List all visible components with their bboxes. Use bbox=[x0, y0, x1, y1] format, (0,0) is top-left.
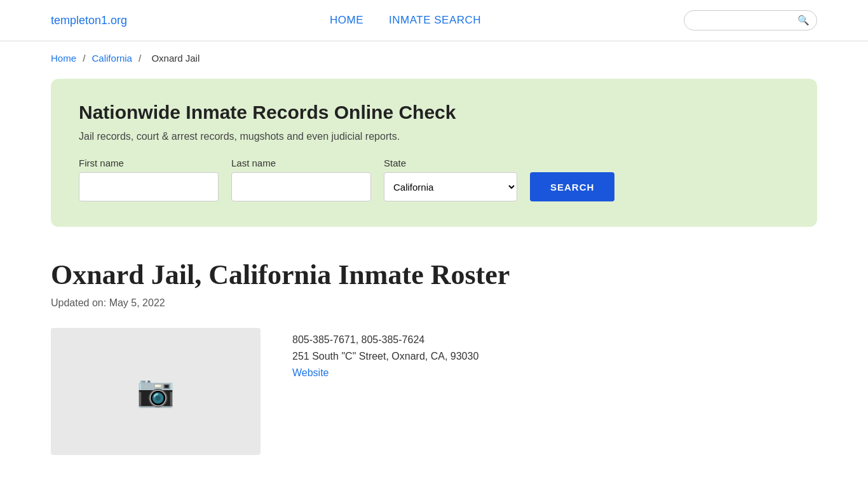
jail-info: 📷 805-385-7671, 805-385-7624 251 South "… bbox=[51, 328, 817, 455]
jail-photo: 📷 bbox=[51, 328, 261, 455]
search-icon: 🔍 bbox=[797, 15, 810, 26]
camera-icon: 📷 bbox=[137, 374, 175, 409]
first-name-label: First name bbox=[79, 158, 219, 168]
last-name-input[interactable] bbox=[231, 172, 371, 201]
jail-website-link[interactable]: Website bbox=[292, 367, 478, 379]
nav-inmate-search[interactable]: INMATE SEARCH bbox=[389, 14, 481, 27]
search-button[interactable]: SEARCH bbox=[530, 172, 614, 201]
main-nav: HOME INMATE SEARCH bbox=[330, 14, 481, 27]
updated-date: Updated on: May 5, 2022 bbox=[51, 297, 817, 309]
header: templeton1.org HOME INMATE SEARCH 🔍 bbox=[0, 0, 868, 41]
breadcrumb: Home / California / Oxnard Jail bbox=[0, 41, 868, 70]
nav-home[interactable]: HOME bbox=[330, 14, 363, 27]
breadcrumb-separator-1: / bbox=[83, 53, 85, 64]
breadcrumb-california[interactable]: California bbox=[92, 53, 132, 64]
breadcrumb-current: Oxnard Jail bbox=[151, 53, 200, 64]
state-group: State California Alabama Alaska Arizona … bbox=[384, 158, 517, 201]
site-logo[interactable]: templeton1.org bbox=[51, 14, 127, 27]
page-title: Oxnard Jail, California Inmate Roster bbox=[51, 259, 817, 291]
breadcrumb-separator-2: / bbox=[139, 53, 141, 64]
first-name-input[interactable] bbox=[79, 172, 219, 201]
state-select[interactable]: California Alabama Alaska Arizona Florid… bbox=[384, 172, 517, 201]
breadcrumb-home[interactable]: Home bbox=[51, 53, 76, 64]
search-panel: Nationwide Inmate Records Online Check J… bbox=[51, 79, 817, 227]
header-search-wrapper: 🔍 bbox=[684, 10, 817, 30]
jail-details: 805-385-7671, 805-385-7624 251 South "C"… bbox=[292, 328, 478, 379]
last-name-group: Last name bbox=[231, 158, 371, 201]
search-panel-title: Nationwide Inmate Records Online Check bbox=[79, 102, 789, 123]
search-panel-description: Jail records, court & arrest records, mu… bbox=[79, 131, 789, 142]
jail-phone: 805-385-7671, 805-385-7624 bbox=[292, 334, 478, 346]
main-content: Oxnard Jail, California Inmate Roster Up… bbox=[0, 236, 868, 480]
first-name-group: First name bbox=[79, 158, 219, 201]
last-name-label: Last name bbox=[231, 158, 371, 168]
search-form: First name Last name State California Al… bbox=[79, 158, 789, 201]
state-label: State bbox=[384, 158, 517, 168]
jail-address: 251 South "C" Street, Oxnard, CA, 93030 bbox=[292, 351, 478, 362]
